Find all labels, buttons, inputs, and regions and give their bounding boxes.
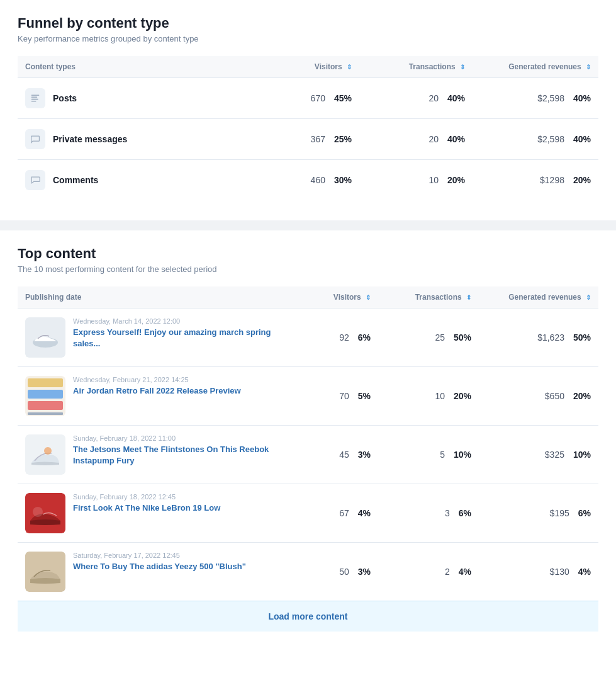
tc-transactions-pct: 10%: [454, 450, 471, 460]
visitors-count: 460: [311, 175, 325, 185]
tc-transactions-count: 2: [445, 567, 450, 577]
table-row: Posts 670 45% 20 40% $2,598 40%: [18, 78, 598, 119]
tc-revenue-amount: $195: [550, 508, 569, 518]
article-title[interactable]: First Look At The Nike LeBron 19 Low: [73, 502, 220, 514]
tc-visitors-cell: 70 5%: [296, 367, 378, 426]
article-info: Saturday, February 17, 2022 12:45 Where …: [73, 552, 246, 572]
svg-rect-9: [28, 401, 63, 410]
article-date: Saturday, February 17, 2022 12:45: [73, 552, 246, 559]
tc-col-transactions[interactable]: Transactions ⇕: [378, 286, 479, 309]
col-content-types: Content types: [18, 56, 259, 78]
article-thumbnail: [25, 552, 65, 592]
article-info: Sunday, February 18, 2022 12:45 First Lo…: [73, 493, 220, 514]
tc-transactions-pct: 4%: [459, 567, 471, 577]
tc-visitors-sort-icon[interactable]: ⇕: [366, 294, 371, 301]
article-thumbnail: [25, 434, 65, 475]
article-info: Wednesday, March 14, 2022 12:00 Express …: [73, 317, 289, 349]
transactions-pct: 20%: [447, 175, 465, 185]
revenue-amount: $2,598: [537, 134, 564, 144]
revenues-sort-icon[interactable]: ⇕: [586, 64, 591, 71]
content-type-name: Posts: [53, 93, 77, 103]
top-content-section: Top content The 10 most performing conte…: [0, 230, 616, 652]
col-generated-revenues[interactable]: Generated revenues ⇕: [473, 56, 598, 78]
revenue-cell: $2,598 40%: [473, 78, 598, 119]
tc-revenue-cell: $325 10%: [479, 426, 598, 484]
tc-transactions-pct: 20%: [454, 391, 471, 401]
table-row: Sunday, February 18, 2022 12:45 First Lo…: [18, 484, 598, 543]
funnel-section: Funnel by content type Key performance m…: [0, 0, 616, 220]
posts-icon: [25, 88, 45, 108]
tc-transactions-count: 3: [445, 508, 450, 518]
table-row: Sunday, February 18, 2022 11:00 The Jets…: [18, 426, 598, 484]
visitors-count: 367: [311, 134, 325, 144]
visitors-pct: 30%: [334, 175, 352, 185]
transactions-sort-icon[interactable]: ⇕: [460, 64, 465, 71]
tc-transactions-cell: 25 50%: [378, 309, 479, 367]
transactions-cell: 10 20%: [359, 160, 473, 201]
tc-revenue-amount: $325: [545, 450, 564, 460]
tc-revenue-amount: $1,623: [537, 332, 564, 343]
article-info: Wednesday, February 21, 2022 14:25 Air J…: [73, 376, 241, 397]
tc-transactions-pct: 6%: [459, 508, 471, 518]
tc-transactions-cell: 3 6%: [378, 484, 479, 543]
svg-point-14: [33, 507, 43, 517]
col-visitors[interactable]: Visitors ⇕: [259, 56, 359, 78]
visitors-cell: 367 25%: [259, 119, 359, 160]
top-content-title: Top content: [18, 246, 598, 262]
tc-visitors-cell: 45 3%: [296, 426, 378, 484]
tc-revenue-pct: 6%: [578, 508, 591, 518]
tc-revenue-pct: 10%: [573, 450, 591, 460]
svg-rect-0: [31, 94, 40, 96]
tc-visitors-count: 70: [339, 391, 349, 401]
tc-visitors-pct: 3%: [358, 567, 371, 577]
article-date: Sunday, February 18, 2022 11:00: [73, 434, 289, 442]
revenue-pct: 20%: [573, 175, 591, 185]
tc-visitors-count: 45: [339, 450, 349, 460]
visitors-sort-icon[interactable]: ⇕: [347, 64, 352, 71]
article-date: Wednesday, March 14, 2022 12:00: [73, 317, 289, 325]
tc-transactions-sort-icon[interactable]: ⇕: [466, 294, 471, 301]
svg-rect-7: [28, 378, 63, 387]
table-row: Wednesday, March 14, 2022 12:00 Express …: [18, 309, 598, 367]
tc-revenue-pct: 50%: [573, 332, 591, 343]
transactions-cell: 20 40%: [359, 119, 473, 160]
revenue-cell: $2,598 40%: [473, 119, 598, 160]
article-cell: Wednesday, February 21, 2022 14:25 Air J…: [18, 367, 296, 426]
tc-revenue-amount: $130: [550, 567, 569, 577]
article-title[interactable]: Where To Buy The adidas Yeezy 500 "Blush…: [73, 561, 246, 572]
table-row: Saturday, February 17, 2022 12:45 Where …: [18, 543, 598, 601]
transactions-cell: 20 40%: [359, 78, 473, 119]
tc-revenue-pct: 4%: [578, 567, 591, 577]
visitors-count: 670: [311, 93, 325, 103]
article-title[interactable]: Air Jordan Retro Fall 2022 Release Previ…: [73, 385, 241, 397]
svg-point-12: [44, 447, 52, 455]
visitors-cell: 670 45%: [259, 78, 359, 119]
top-content-table: Publishing date Visitors ⇕ Transactions …: [18, 286, 598, 601]
load-more-button[interactable]: Load more content: [18, 601, 598, 632]
tc-visitors-cell: 92 6%: [296, 309, 378, 367]
tc-visitors-count: 92: [339, 332, 349, 343]
tc-col-revenues[interactable]: Generated revenues ⇕: [479, 286, 598, 309]
revenue-pct: 40%: [573, 93, 591, 103]
article-cell: Wednesday, March 14, 2022 12:00 Express …: [18, 309, 296, 367]
tc-visitors-count: 67: [339, 508, 349, 518]
article-date: Wednesday, February 21, 2022 14:25: [73, 376, 241, 383]
article-cell: Sunday, February 18, 2022 11:00 The Jets…: [18, 426, 296, 484]
tc-visitors-pct: 3%: [358, 450, 371, 460]
content-type-cell: Comments: [18, 160, 259, 201]
tc-transactions-cell: 5 10%: [378, 426, 479, 484]
section-divider: [0, 220, 616, 230]
tc-revenues-sort-icon[interactable]: ⇕: [586, 294, 591, 301]
article-title[interactable]: The Jetsons Meet The Flintstones On This…: [73, 444, 289, 467]
tc-revenue-amount: $650: [545, 391, 564, 401]
tc-col-visitors[interactable]: Visitors ⇕: [296, 286, 378, 309]
article-title[interactable]: Express Yourself! Enjoy our amazing marc…: [73, 327, 289, 349]
comments-icon: [25, 170, 45, 190]
col-transactions[interactable]: Transactions ⇕: [359, 56, 473, 78]
private-messages-icon: [25, 129, 45, 149]
transactions-count: 20: [428, 134, 439, 144]
transactions-count: 20: [428, 93, 439, 103]
visitors-pct: 45%: [334, 93, 352, 103]
svg-rect-3: [31, 101, 36, 102]
tc-visitors-pct: 4%: [358, 508, 371, 518]
